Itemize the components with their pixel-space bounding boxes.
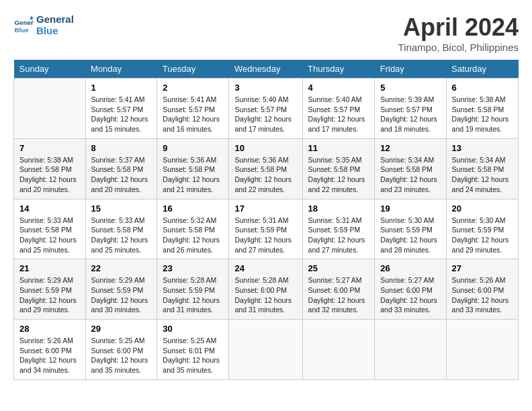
day-number: 21 <box>19 263 80 273</box>
calendar-cell: 9Sunrise: 5:36 AM Sunset: 5:58 PM Daylig… <box>157 138 229 199</box>
day-number: 26 <box>380 263 440 273</box>
calendar-cell: 19Sunrise: 5:30 AM Sunset: 5:59 PM Dayli… <box>375 199 446 259</box>
day-number: 8 <box>91 143 152 153</box>
calendar-cell: 3Sunrise: 5:40 AM Sunset: 5:57 PM Daylig… <box>229 79 302 139</box>
col-header-tuesday: Tuesday <box>157 60 229 79</box>
calendar-cell: 6Sunrise: 5:38 AM Sunset: 5:58 PM Daylig… <box>446 79 518 139</box>
calendar-cell: 4Sunrise: 5:40 AM Sunset: 5:57 PM Daylig… <box>302 79 375 139</box>
day-number: 17 <box>234 203 296 214</box>
day-number: 24 <box>234 263 296 273</box>
day-info: Sunrise: 5:40 AM Sunset: 5:57 PM Dayligh… <box>234 95 296 134</box>
day-number: 13 <box>452 143 513 153</box>
day-number: 9 <box>163 143 223 153</box>
day-number: 12 <box>380 143 440 153</box>
calendar-cell: 14Sunrise: 5:33 AM Sunset: 5:58 PM Dayli… <box>14 199 86 259</box>
calendar-cell: 20Sunrise: 5:30 AM Sunset: 5:59 PM Dayli… <box>446 199 518 259</box>
calendar-cell: 29Sunrise: 5:25 AM Sunset: 6:00 PM Dayli… <box>85 320 157 380</box>
day-number: 30 <box>163 324 223 334</box>
day-info: Sunrise: 5:27 AM Sunset: 6:00 PM Dayligh… <box>380 275 440 315</box>
day-info: Sunrise: 5:25 AM Sunset: 6:01 PM Dayligh… <box>163 336 223 375</box>
day-info: Sunrise: 5:38 AM Sunset: 5:58 PM Dayligh… <box>19 155 80 195</box>
col-header-thursday: Thursday <box>302 60 375 79</box>
day-info: Sunrise: 5:29 AM Sunset: 5:59 PM Dayligh… <box>19 275 80 315</box>
day-number: 6 <box>452 83 513 93</box>
logo-text: General Blue <box>36 13 74 36</box>
day-info: Sunrise: 5:39 AM Sunset: 5:57 PM Dayligh… <box>380 95 440 134</box>
title-section: April 2024 Tinampo, Bicol, Philippines <box>398 13 519 53</box>
day-number: 16 <box>163 203 223 214</box>
day-info: Sunrise: 5:37 AM Sunset: 5:58 PM Dayligh… <box>91 155 152 195</box>
calendar-cell: 12Sunrise: 5:34 AM Sunset: 5:58 PM Dayli… <box>375 138 446 199</box>
day-info: Sunrise: 5:28 AM Sunset: 5:59 PM Dayligh… <box>163 275 223 315</box>
day-info: Sunrise: 5:33 AM Sunset: 5:58 PM Dayligh… <box>91 216 152 255</box>
calendar-cell: 10Sunrise: 5:36 AM Sunset: 5:58 PM Dayli… <box>229 138 302 199</box>
day-info: Sunrise: 5:33 AM Sunset: 5:58 PM Dayligh… <box>19 216 80 255</box>
month-title: April 2024 <box>398 13 519 42</box>
day-info: Sunrise: 5:26 AM Sunset: 6:00 PM Dayligh… <box>19 336 80 375</box>
svg-text:General: General <box>15 19 34 26</box>
calendar-cell: 5Sunrise: 5:39 AM Sunset: 5:57 PM Daylig… <box>375 79 446 139</box>
calendar-cell <box>302 320 375 380</box>
calendar-table: SundayMondayTuesdayWednesdayThursdayFrid… <box>13 60 519 380</box>
day-info: Sunrise: 5:25 AM Sunset: 6:00 PM Dayligh… <box>91 336 152 375</box>
day-number: 25 <box>308 263 369 273</box>
day-number: 11 <box>308 143 369 153</box>
day-info: Sunrise: 5:34 AM Sunset: 5:58 PM Dayligh… <box>452 155 513 195</box>
calendar-body: 1Sunrise: 5:41 AM Sunset: 5:57 PM Daylig… <box>14 79 519 380</box>
day-info: Sunrise: 5:32 AM Sunset: 5:58 PM Dayligh… <box>163 216 223 255</box>
calendar-cell: 13Sunrise: 5:34 AM Sunset: 5:58 PM Dayli… <box>446 138 518 199</box>
day-info: Sunrise: 5:38 AM Sunset: 5:58 PM Dayligh… <box>452 95 513 134</box>
calendar-cell: 16Sunrise: 5:32 AM Sunset: 5:58 PM Dayli… <box>157 199 229 259</box>
day-number: 10 <box>234 143 296 153</box>
day-number: 2 <box>163 83 223 93</box>
day-number: 23 <box>163 263 223 273</box>
calendar-cell: 26Sunrise: 5:27 AM Sunset: 6:00 PM Dayli… <box>375 259 446 320</box>
day-number: 5 <box>380 83 440 93</box>
day-info: Sunrise: 5:31 AM Sunset: 5:59 PM Dayligh… <box>234 216 296 255</box>
calendar-cell: 17Sunrise: 5:31 AM Sunset: 5:59 PM Dayli… <box>229 199 302 259</box>
calendar-cell: 1Sunrise: 5:41 AM Sunset: 5:57 PM Daylig… <box>85 79 157 139</box>
day-info: Sunrise: 5:36 AM Sunset: 5:58 PM Dayligh… <box>234 155 296 195</box>
calendar-cell: 30Sunrise: 5:25 AM Sunset: 6:01 PM Dayli… <box>157 320 229 380</box>
day-number: 14 <box>19 203 80 214</box>
calendar-cell: 27Sunrise: 5:26 AM Sunset: 6:00 PM Dayli… <box>446 259 518 320</box>
day-info: Sunrise: 5:26 AM Sunset: 6:00 PM Dayligh… <box>452 275 513 315</box>
day-info: Sunrise: 5:41 AM Sunset: 5:57 PM Dayligh… <box>163 95 223 134</box>
col-header-saturday: Saturday <box>446 60 518 79</box>
calendar-cell: 11Sunrise: 5:35 AM Sunset: 5:58 PM Dayli… <box>302 138 375 199</box>
day-number: 20 <box>452 203 513 214</box>
day-number: 29 <box>91 324 152 334</box>
day-number: 22 <box>91 263 152 273</box>
day-info: Sunrise: 5:41 AM Sunset: 5:57 PM Dayligh… <box>91 95 152 134</box>
calendar-cell: 2Sunrise: 5:41 AM Sunset: 5:57 PM Daylig… <box>157 79 229 139</box>
logo: General Blue General Blue <box>13 13 74 36</box>
calendar-cell: 23Sunrise: 5:28 AM Sunset: 5:59 PM Dayli… <box>157 259 229 320</box>
logo-icon: General Blue <box>13 15 34 35</box>
calendar-header-row: SundayMondayTuesdayWednesdayThursdayFrid… <box>14 60 519 79</box>
calendar-cell: 25Sunrise: 5:27 AM Sunset: 6:00 PM Dayli… <box>302 259 375 320</box>
day-number: 3 <box>234 83 296 93</box>
page-header: General Blue General Blue April 2024 Tin… <box>13 13 519 53</box>
day-number: 1 <box>91 83 152 93</box>
calendar-week-row: 1Sunrise: 5:41 AM Sunset: 5:57 PM Daylig… <box>14 79 519 139</box>
calendar-week-row: 21Sunrise: 5:29 AM Sunset: 5:59 PM Dayli… <box>14 259 519 320</box>
day-info: Sunrise: 5:34 AM Sunset: 5:58 PM Dayligh… <box>380 155 440 195</box>
calendar-cell: 7Sunrise: 5:38 AM Sunset: 5:58 PM Daylig… <box>14 138 86 199</box>
day-info: Sunrise: 5:28 AM Sunset: 6:00 PM Dayligh… <box>234 275 296 315</box>
col-header-wednesday: Wednesday <box>229 60 302 79</box>
day-info: Sunrise: 5:36 AM Sunset: 5:58 PM Dayligh… <box>163 155 223 195</box>
col-header-friday: Friday <box>375 60 446 79</box>
day-info: Sunrise: 5:30 AM Sunset: 5:59 PM Dayligh… <box>380 216 440 255</box>
col-header-sunday: Sunday <box>14 60 86 79</box>
day-number: 18 <box>308 203 369 214</box>
calendar-cell: 21Sunrise: 5:29 AM Sunset: 5:59 PM Dayli… <box>14 259 86 320</box>
day-number: 19 <box>380 203 440 214</box>
day-info: Sunrise: 5:27 AM Sunset: 6:00 PM Dayligh… <box>308 275 369 315</box>
calendar-cell: 22Sunrise: 5:29 AM Sunset: 5:59 PM Dayli… <box>85 259 157 320</box>
day-info: Sunrise: 5:29 AM Sunset: 5:59 PM Dayligh… <box>91 275 152 315</box>
svg-text:Blue: Blue <box>15 26 30 34</box>
day-number: 15 <box>91 203 152 214</box>
day-info: Sunrise: 5:40 AM Sunset: 5:57 PM Dayligh… <box>308 95 369 134</box>
location: Tinampo, Bicol, Philippines <box>398 42 519 53</box>
calendar-cell: 15Sunrise: 5:33 AM Sunset: 5:58 PM Dayli… <box>85 199 157 259</box>
